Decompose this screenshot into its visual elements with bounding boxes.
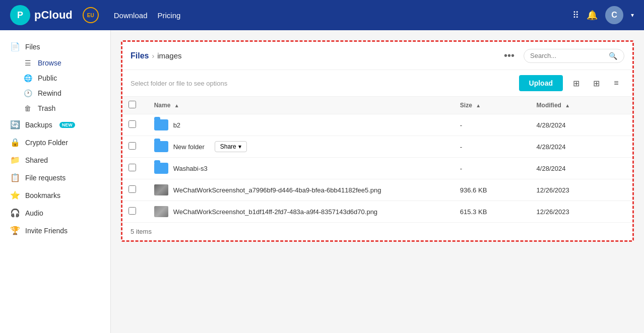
row-name-cell: Washabi-s3 <box>148 158 454 179</box>
invite-icon: 🏆 <box>10 226 20 235</box>
sidebar-item-public[interactable]: 🌐 Public <box>0 71 110 86</box>
file-table: Name ▲ Size ▲ Modified ▲ <box>122 97 632 223</box>
files-icon: 📄 <box>10 42 20 51</box>
name-column-header[interactable]: Name ▲ <box>148 97 454 114</box>
bookmarks-icon: ⭐ <box>10 190 20 200</box>
share-chevron-icon: ▾ <box>238 143 241 150</box>
upload-button[interactable]: Upload <box>519 75 563 91</box>
nav-pricing[interactable]: Pricing <box>157 11 180 20</box>
row-size-cell: - <box>454 158 531 179</box>
sidebar-item-rewind[interactable]: 🕐 Rewind <box>0 86 110 101</box>
row-checkbox[interactable] <box>128 120 136 128</box>
sidebar-item-file-requests[interactable]: 📋 File requests <box>0 169 110 186</box>
user-avatar[interactable]: C <box>605 6 623 24</box>
trash-icon: 🗑 <box>23 104 33 112</box>
row-modified-cell: 12/26/2023 <box>531 179 632 201</box>
table-row: WeChatWorkScreenshot_a7996bf9-d446-4ba9-… <box>122 179 632 201</box>
main-layout: 📄 Files ☰ Browse 🌐 Public 🕐 Rewind 🗑 Tra… <box>0 30 644 333</box>
apps-grid-icon[interactable]: ⠿ <box>572 10 579 21</box>
row-size-cell: 615.3 KB <box>454 201 531 223</box>
folder-icon <box>154 163 168 174</box>
search-icon[interactable]: 🔍 <box>609 52 617 60</box>
image-thumbnail <box>154 184 168 195</box>
row-name-cell: WeChatWorkScreenshot_a7996bf9-d446-4ba9-… <box>148 179 454 201</box>
content-area: Files › images ••• 🔍 Select folder or fi… <box>111 30 644 333</box>
crypto-icon: 🔒 <box>10 138 20 147</box>
row-checkbox-cell[interactable] <box>122 136 148 158</box>
table-header: Name ▲ Size ▲ Modified ▲ <box>122 97 632 114</box>
select-all-header[interactable] <box>122 97 148 114</box>
select-hint: Select folder or file to see options <box>131 80 519 87</box>
sort-button[interactable]: ≡ <box>608 75 624 91</box>
browse-icon: ☰ <box>23 59 33 67</box>
breadcrumb-separator-icon: › <box>152 52 154 60</box>
notifications-bell-icon[interactable]: 🔔 <box>587 10 598 21</box>
row-name-cell: b2 <box>148 114 454 136</box>
row-checkbox-cell[interactable] <box>122 179 148 201</box>
fm-toolbar: Select folder or file to see options Upl… <box>122 70 632 97</box>
sidebar-item-bookmarks[interactable]: ⭐ Bookmarks <box>0 186 110 204</box>
grid-view-icon: ⊞ <box>593 79 600 88</box>
grid-view-button[interactable]: ⊞ <box>588 75 604 91</box>
logo-text: pCloud <box>34 9 73 22</box>
header-right: ⠿ 🔔 C ▾ <box>572 6 634 24</box>
table-row: New folder Share ▾ - 4/28/2024 <box>122 136 632 158</box>
file-name[interactable]: WeChatWorkScreenshot_a7996bf9-d446-4ba9-… <box>173 186 381 194</box>
modified-column-header[interactable]: Modified ▲ <box>531 97 632 114</box>
row-modified-cell: 4/28/2024 <box>531 114 632 136</box>
row-checkbox-cell[interactable] <box>122 114 148 136</box>
modified-sort-arrow-icon: ▲ <box>565 103 570 108</box>
share-button[interactable]: Share ▾ <box>215 141 247 152</box>
file-name[interactable]: b2 <box>173 121 180 129</box>
search-box: 🔍 <box>524 49 624 63</box>
row-checkbox-cell[interactable] <box>122 201 148 223</box>
logo-icon: P <box>10 5 30 25</box>
sidebar-item-files[interactable]: 📄 Files <box>0 38 110 55</box>
table-row: b2 - 4/28/2024 <box>122 114 632 136</box>
file-name[interactable]: Washabi-s3 <box>173 165 208 172</box>
sort-icon: ≡ <box>614 79 618 88</box>
items-count: 5 items <box>122 223 632 240</box>
folder-icon <box>154 141 168 152</box>
sidebar-item-browse[interactable]: ☰ Browse <box>0 55 110 71</box>
file-requests-icon: 📋 <box>10 173 20 182</box>
sidebar-item-crypto[interactable]: 🔒 Crypto Folder <box>0 134 110 151</box>
sidebar-item-backups[interactable]: 🔄 Backups NEW <box>0 116 110 134</box>
name-sort-arrow-icon: ▲ <box>174 103 179 108</box>
new-badge: NEW <box>59 122 75 128</box>
breadcrumb: Files › images <box>131 51 182 60</box>
row-checkbox[interactable] <box>128 164 136 171</box>
row-checkbox-cell[interactable] <box>122 158 148 179</box>
sidebar-item-trash[interactable]: 🗑 Trash <box>0 101 110 116</box>
select-all-checkbox[interactable] <box>128 101 136 108</box>
sidebar-item-shared[interactable]: 📁 Shared <box>0 151 110 169</box>
breadcrumb-root[interactable]: Files <box>131 51 149 60</box>
sidebar-item-invite[interactable]: 🏆 Invite Friends <box>0 222 110 239</box>
row-size-cell: - <box>454 114 531 136</box>
sidebar-item-audio[interactable]: 🎧 Audio <box>0 204 110 222</box>
folder-icon <box>154 119 168 130</box>
new-folder-button[interactable]: ⊞ <box>568 75 584 91</box>
nav-download[interactable]: Download <box>114 11 148 20</box>
row-checkbox[interactable] <box>128 185 136 193</box>
row-modified-cell: 4/28/2024 <box>531 158 632 179</box>
more-options-button[interactable]: ••• <box>500 48 519 63</box>
image-thumbnail <box>154 206 168 217</box>
audio-icon: 🎧 <box>10 208 20 218</box>
table-row: Washabi-s3 - 4/28/2024 <box>122 158 632 179</box>
app-header: P pCloud EU Download Pricing ⠿ 🔔 C ▾ <box>0 0 644 30</box>
size-column-header[interactable]: Size ▲ <box>454 97 531 114</box>
row-checkbox[interactable] <box>128 207 136 215</box>
row-modified-cell: 4/28/2024 <box>531 136 632 158</box>
user-menu-chevron-icon[interactable]: ▾ <box>631 12 634 19</box>
rewind-icon: 🕐 <box>23 89 33 97</box>
size-sort-arrow-icon: ▲ <box>476 103 481 108</box>
file-name[interactable]: WeChatWorkScreenshot_b1df14ff-2fd7-483a-… <box>173 208 377 216</box>
row-size-cell: 936.6 KB <box>454 179 531 201</box>
file-name[interactable]: New folder <box>173 143 205 151</box>
row-modified-cell: 12/26/2023 <box>531 201 632 223</box>
new-folder-icon: ⊞ <box>573 79 579 88</box>
row-name-cell: WeChatWorkScreenshot_b1df14ff-2fd7-483a-… <box>148 201 454 223</box>
search-input[interactable] <box>530 52 606 59</box>
row-checkbox[interactable] <box>128 142 136 150</box>
